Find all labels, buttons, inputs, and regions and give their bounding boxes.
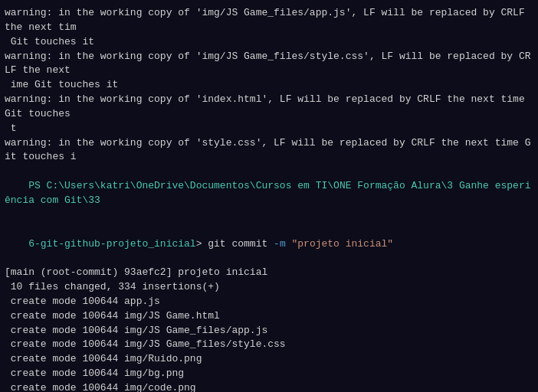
prompt-commit: PS C:\Users\katri\OneDrive\Documentos\Cu… [5, 165, 533, 222]
prompt-project-1: 6-git-github-projeto_inicial [28, 238, 195, 250]
prompt-path-1: PS C:\Users\katri\OneDrive\Documentos\Cu… [5, 180, 531, 206]
create-js-game-app: create mode 100644 img/JS Game_files/app… [5, 324, 533, 338]
prompt-arrow-1: > [196, 238, 208, 250]
warning-line-2: warning: in the working copy of 'img/JS … [5, 50, 533, 79]
create-ruido: create mode 100644 img/Ruido.png [5, 352, 533, 367]
commit-header: [main (root-commit) 93aefc2] projeto ini… [5, 266, 533, 280]
warning-line-2b: ime Git touches it [5, 78, 533, 93]
cmd-string-commit: "projeto inicial" [292, 238, 394, 250]
cmd-git-commit: git commit [208, 238, 274, 250]
commit-stat: 10 files changed, 334 insertions(+) [5, 280, 533, 295]
create-js-game-html: create mode 100644 img/JS Game.html [5, 309, 533, 324]
create-js-game-style: create mode 100644 img/JS Game_files/sty… [5, 338, 533, 352]
warning-line-3: warning: in the working copy of 'index.h… [5, 93, 533, 122]
warning-line-3b: t [5, 122, 533, 136]
terminal-window: warning: in the working copy of 'img/JS … [0, 0, 538, 392]
warning-line-1b: Git touches it [5, 35, 533, 50]
create-bg: create mode 100644 img/bg.png [5, 367, 533, 381]
prompt-commit-line2: 6-git-github-projeto_inicial> git commit… [5, 223, 533, 266]
cmd-flag-m: -m [274, 238, 291, 250]
warning-line-4: warning: in the working copy of 'style.c… [5, 136, 533, 165]
create-code: create mode 100644 img/code.png [5, 381, 533, 392]
warning-line-1: warning: in the working copy of 'img/JS … [5, 6, 533, 35]
create-app-js: create mode 100644 app.js [5, 295, 533, 309]
